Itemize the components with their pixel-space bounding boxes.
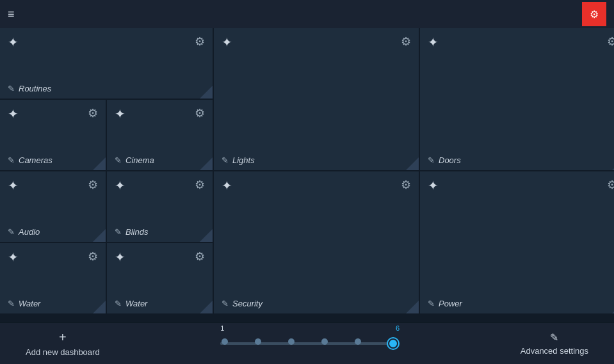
tile-bottom-thermostat: ✎ Doors — [428, 155, 614, 165]
tile-top-lights: ✦ ⚙ — [222, 35, 411, 50]
tile-top-doors: ✦ ⚙ — [8, 106, 98, 122]
edit-icon-doors: ✎ — [8, 155, 15, 165]
tile-audio[interactable]: ✦ ⚙ ✎ Blinds — [107, 171, 213, 242]
tile-water[interactable]: ✦ ⚙ ✎ Water — [107, 243, 213, 313]
gear-icon-lights[interactable]: ⚙ — [401, 35, 411, 49]
bottom-bar: + Add new dashboard 1 6 ✎ Advanced sett — [0, 322, 614, 364]
advanced-settings-button[interactable]: ✎ Advanced settings — [521, 331, 588, 356]
tile-label-audio: Blinds — [125, 227, 148, 237]
edit-icon-lights: ✎ — [222, 155, 229, 165]
corner-water — [200, 301, 213, 313]
tile-top-water: ✦ ⚙ — [115, 249, 205, 265]
tile-bottom-cameras: ✎ Cinema — [115, 155, 205, 165]
tile-bottom-lights: ✎ Lights — [222, 155, 411, 165]
tile-label-blinds: Security — [232, 299, 263, 308]
tile-top-security: ✦ ⚙ — [428, 178, 614, 193]
tile-bottom-audio: ✎ Blinds — [115, 227, 205, 237]
tile-doors[interactable]: ✦ ⚙ ✎ Cameras — [0, 100, 106, 170]
tile-top-audio: ✦ ⚙ — [115, 178, 205, 193]
tile-label-cameras: Cinema — [125, 155, 154, 165]
dashboard-slider[interactable]: 1 6 — [220, 336, 400, 351]
tile-lights[interactable]: ✦ ⚙ ✎ Lights — [214, 28, 419, 170]
edit-icon-blinds: ✎ — [222, 299, 229, 308]
tile-label-lights: Lights — [232, 155, 255, 165]
tile-security[interactable]: ✦ ⚙ ✎ Power — [420, 171, 614, 313]
slider-dot-5[interactable] — [355, 338, 361, 345]
corner-doors — [93, 157, 106, 170]
corner-routines — [200, 86, 213, 99]
tile-top-cameras: ✦ ⚙ — [115, 106, 205, 122]
tile-bottom-water: ✎ Water — [115, 299, 205, 308]
move-icon-routines: ✦ — [8, 35, 19, 50]
tile-bottom-power: ✎ Water — [8, 299, 98, 308]
slider-label-active: 6 — [396, 324, 400, 332]
corner-power — [93, 301, 106, 313]
add-dashboard-label: Add new dashboard — [26, 347, 100, 357]
slider-dot-3[interactable] — [288, 338, 295, 345]
move-icon-cameras: ✦ — [115, 106, 125, 122]
edit-icon-cinema: ✎ — [8, 227, 15, 237]
top-settings-button[interactable]: ⚙ — [582, 2, 606, 26]
move-icon-lights: ✦ — [222, 35, 232, 50]
tile-cinema[interactable]: ✦ ⚙ ✎ Audio — [0, 171, 106, 242]
top-bar: ≡ ⚙ — [0, 0, 614, 28]
tile-routines[interactable]: ✦ ⚙ ✎ Routines — [0, 28, 213, 99]
edit-icon-security: ✎ — [428, 299, 435, 308]
corner-cameras — [200, 157, 213, 170]
slider-dots — [220, 338, 400, 349]
move-icon-security: ✦ — [428, 178, 439, 193]
edit-icon-power: ✎ — [8, 299, 15, 308]
move-icon-water: ✦ — [115, 249, 125, 265]
gear-icon-audio[interactable]: ⚙ — [195, 178, 205, 192]
slider-dot-1[interactable] — [222, 338, 228, 345]
gear-icon-cinema[interactable]: ⚙ — [88, 178, 98, 192]
advanced-settings-label: Advanced settings — [521, 346, 588, 356]
tile-label-water: Water — [125, 299, 147, 308]
add-dashboard-button[interactable]: + Add new dashboard — [26, 330, 100, 357]
corner-cinema — [93, 229, 106, 242]
tile-bottom-security: ✎ Power — [428, 299, 614, 308]
slider-dot-4[interactable] — [321, 338, 328, 345]
gear-icon-routines[interactable]: ⚙ — [195, 35, 205, 49]
tile-top-power: ✦ ⚙ — [8, 249, 98, 265]
hamburger-menu-icon[interactable]: ≡ — [8, 8, 15, 21]
gear-icon-cameras[interactable]: ⚙ — [195, 106, 205, 120]
gear-icon-thermostat[interactable]: ⚙ — [607, 35, 614, 49]
tile-bottom-routines: ✎ Routines — [8, 84, 205, 93]
gear-icon-water[interactable]: ⚙ — [195, 249, 205, 264]
corner-audio — [200, 229, 213, 242]
gear-icon-power[interactable]: ⚙ — [88, 249, 98, 264]
tile-label-routines: Routines — [19, 84, 51, 93]
gear-icon-blinds[interactable]: ⚙ — [401, 178, 411, 192]
tile-bottom-doors: ✎ Cameras — [8, 155, 98, 165]
advanced-settings-icon: ✎ — [550, 331, 558, 344]
tile-label-security: Power — [439, 299, 462, 308]
tile-blinds[interactable]: ✦ ⚙ ✎ Security — [214, 171, 419, 313]
tile-top-routines: ✦ ⚙ — [8, 35, 205, 50]
gear-icon-security[interactable]: ⚙ — [607, 178, 614, 192]
slider-track[interactable] — [220, 342, 400, 345]
tile-power[interactable]: ✦ ⚙ ✎ Water — [0, 243, 106, 313]
corner-blinds — [406, 301, 419, 313]
tile-cameras[interactable]: ✦ ⚙ ✎ Cinema — [107, 100, 213, 170]
edit-icon-routines: ✎ — [8, 84, 15, 93]
tile-thermostat[interactable]: ✦ ⚙ ✎ Doors — [420, 28, 614, 170]
slider-dot-6[interactable] — [388, 338, 398, 349]
move-icon-thermostat: ✦ — [428, 35, 439, 50]
tile-label-power: Water — [19, 299, 40, 308]
dashboard-grid: ✦ ⚙ ✎ Routines ✦ ⚙ ✎ Lights ✦ ⚙ ✎ Doors — [0, 28, 614, 322]
edit-icon-water: ✎ — [115, 299, 122, 308]
gear-icon-doors[interactable]: ⚙ — [88, 106, 98, 120]
edit-icon-thermostat: ✎ — [428, 155, 435, 165]
move-icon-blinds: ✦ — [222, 178, 232, 193]
edit-icon-cameras: ✎ — [115, 155, 122, 165]
tile-top-cinema: ✦ ⚙ — [8, 178, 98, 193]
tile-label-thermostat: Doors — [439, 155, 461, 165]
top-settings-icon: ⚙ — [590, 8, 599, 20]
move-icon-doors: ✦ — [8, 106, 19, 122]
slider-dot-2[interactable] — [255, 338, 261, 345]
move-icon-cinema: ✦ — [8, 178, 19, 193]
tile-label-doors: Cameras — [19, 155, 53, 165]
edit-icon-audio: ✎ — [115, 227, 122, 237]
tile-bottom-blinds: ✎ Security — [222, 299, 411, 308]
